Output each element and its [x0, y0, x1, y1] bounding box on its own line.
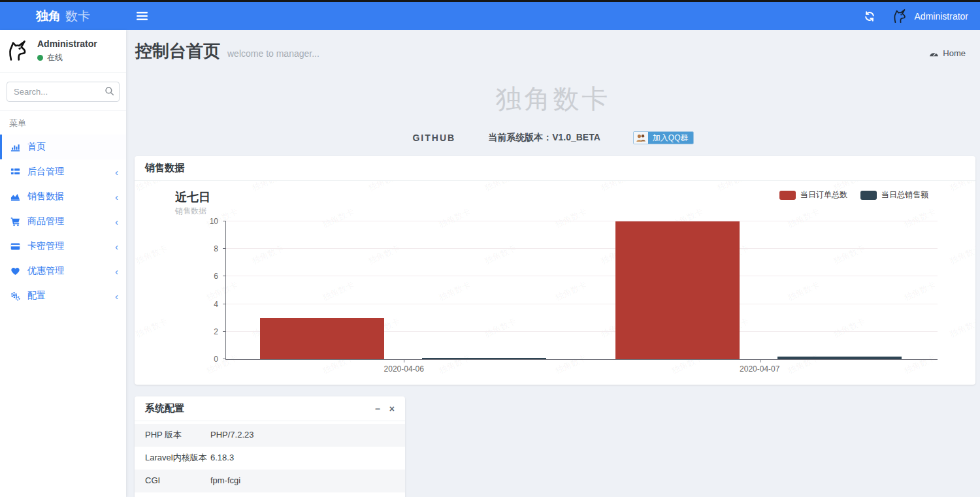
brand-bold: 独角 — [36, 8, 61, 25]
legend-swatch — [779, 191, 796, 200]
github-link[interactable]: GITHUB — [412, 133, 455, 143]
system-config-card: 系统配置 − × PHP 版本PHP/7.2.23Laravel内核版本6.18… — [135, 396, 405, 497]
watermark-text: 独角数卡 — [135, 315, 169, 340]
y-tick — [223, 221, 226, 221]
y-tick — [223, 248, 226, 249]
menu-section-label: 菜单 — [0, 110, 126, 135]
chart-subtitle: 销售数据 — [175, 206, 206, 217]
chart-legend: 当日订单总数当日总销售额 — [779, 189, 928, 200]
y-tick — [223, 359, 226, 359]
legend-item[interactable]: 当日总销售额 — [860, 189, 928, 200]
sidebar-item-label: 销售数据 — [27, 191, 64, 202]
sidebar-toggle-button[interactable] — [137, 11, 148, 21]
watermark-text: 独角数卡 — [367, 181, 402, 194]
table-row-key: Laravel内核版本 — [145, 452, 210, 464]
y-tick — [223, 276, 226, 276]
heart-icon — [10, 266, 21, 276]
y-tick-label: 2 — [214, 327, 218, 336]
watermark-text: 独角数卡 — [948, 315, 975, 340]
breadcrumb-label: Home — [943, 48, 966, 58]
bar-当日总销售额-2020-04-06[interactable] — [422, 358, 546, 359]
y-tick-label: 4 — [214, 300, 218, 309]
online-status-label: 在线 — [47, 52, 63, 63]
hero-title: 独角数卡 — [126, 81, 980, 117]
cogs-icon — [10, 291, 21, 301]
table-row: PHP 版本PHP/7.2.23 — [135, 424, 405, 447]
search-icon[interactable] — [105, 86, 114, 96]
minimize-icon[interactable]: − — [375, 404, 380, 414]
x-tick — [404, 359, 404, 362]
sidebar-item-coupons[interactable]: 优惠管理 ‹ — [0, 259, 126, 283]
table-row: CGIfpm-fcgi — [135, 470, 405, 492]
system-card-title: 系统配置 — [145, 402, 184, 415]
sidebar-item-products[interactable]: 商品管理 ‹ — [0, 209, 126, 234]
sidebar-menu: 首页 后台管理 ‹ 销售数据 ‹ 商品管理 ‹ — [0, 135, 126, 308]
sidebar-item-label: 优惠管理 — [27, 265, 64, 277]
brand-logo[interactable]: 独角 数卡 — [0, 8, 126, 25]
online-status-dot — [37, 55, 43, 61]
watermark-text: 独角数卡 — [135, 242, 169, 267]
watermark-text: 独角数卡 — [948, 181, 975, 194]
chart-title: 近七日 — [175, 189, 210, 205]
gridline — [226, 304, 938, 304]
sales-data-card: 销售数据 独角数卡独角数卡独角数卡独角数卡独角数卡独角数卡独角数卡独角数卡独角数… — [135, 156, 975, 385]
user-name: Administrator — [915, 11, 968, 22]
user-menu[interactable]: Administrator — [892, 8, 968, 25]
refresh-icon[interactable] — [864, 11, 875, 22]
chevron-left-icon: ‹ — [115, 217, 118, 227]
sidebar-item-cards[interactable]: 卡密管理 ‹ — [0, 234, 126, 259]
chevron-left-icon: ‹ — [115, 167, 118, 177]
qq-group-icon — [634, 132, 648, 144]
table-row-key: CGI — [145, 475, 210, 487]
watermark-text: 独角数卡 — [135, 181, 169, 194]
table-row: 服务器名称Linux VM_69_111_centos 3.10.0-1062.… — [135, 492, 405, 497]
y-tick — [223, 304, 226, 304]
sidebar-user-name[interactable]: Administrator — [37, 39, 97, 49]
sidebar-item-label: 配置 — [27, 290, 46, 302]
y-tick-label: 0 — [214, 355, 218, 364]
chart-bar-icon — [10, 142, 21, 152]
close-icon[interactable]: × — [389, 404, 395, 414]
table-row: Laravel内核版本6.18.3 — [135, 447, 405, 470]
y-tick-label: 10 — [210, 217, 218, 226]
sales-chart: 独角数卡独角数卡独角数卡独角数卡独角数卡独角数卡独角数卡独角数卡独角数卡独角数卡… — [135, 181, 975, 385]
legend-item[interactable]: 当日订单总数 — [779, 189, 847, 200]
version-label: 当前系统版本：V1.0_BETA — [488, 132, 600, 144]
system-config-table: PHP 版本PHP/7.2.23Laravel内核版本6.18.3CGIfpm-… — [135, 421, 405, 497]
cart-icon — [10, 217, 21, 227]
watermark-text: 独角数卡 — [483, 181, 519, 194]
legend-label: 当日总销售额 — [881, 189, 928, 200]
y-tick-label: 8 — [214, 244, 218, 253]
user-panel: Administrator 在线 — [0, 30, 126, 73]
legend-label: 当日订单总数 — [800, 189, 847, 200]
chevron-left-icon: ‹ — [115, 291, 118, 301]
unicorn-icon — [892, 8, 909, 25]
sidebar-item-label: 后台管理 — [27, 166, 64, 178]
chevron-left-icon: ‹ — [115, 242, 118, 251]
sidebar-item-label: 首页 — [27, 141, 46, 153]
sidebar-item-sales[interactable]: 销售数据 ‹ — [0, 184, 126, 209]
main-content: 控制台首页 welcome to manager... Home 独角数卡 GI… — [126, 30, 980, 497]
search-input[interactable] — [7, 82, 120, 102]
chevron-left-icon: ‹ — [115, 266, 118, 276]
sidebar-item-label: 商品管理 — [27, 216, 64, 227]
join-qq-group-button[interactable]: 加入QQ群 — [633, 131, 694, 144]
x-tick — [760, 359, 760, 362]
sidebar-item-admin[interactable]: 后台管理 ‹ — [0, 159, 126, 184]
sidebar-item-settings[interactable]: 配置 ‹ — [0, 283, 126, 308]
list-icon — [10, 167, 21, 177]
page-subtitle: welcome to manager... — [227, 48, 319, 59]
chart-area-icon — [10, 192, 21, 202]
bar-当日订单总数-2020-04-07[interactable] — [615, 221, 740, 359]
breadcrumb[interactable]: Home — [929, 48, 966, 58]
sidebar: Administrator 在线 菜单 首页 — [0, 30, 126, 497]
top-navbar: 独角 数卡 Administrator — [0, 2, 980, 30]
avatar-unicorn-icon — [6, 39, 31, 63]
y-tick-label: 6 — [214, 272, 218, 281]
bar-当日总销售额-2020-04-07[interactable] — [777, 357, 902, 359]
gridline — [226, 221, 938, 221]
sidebar-item-home[interactable]: 首页 — [0, 135, 126, 159]
table-row-key: PHP 版本 — [145, 429, 210, 441]
legend-swatch — [860, 191, 877, 200]
bar-当日订单总数-2020-04-06[interactable] — [260, 318, 384, 359]
